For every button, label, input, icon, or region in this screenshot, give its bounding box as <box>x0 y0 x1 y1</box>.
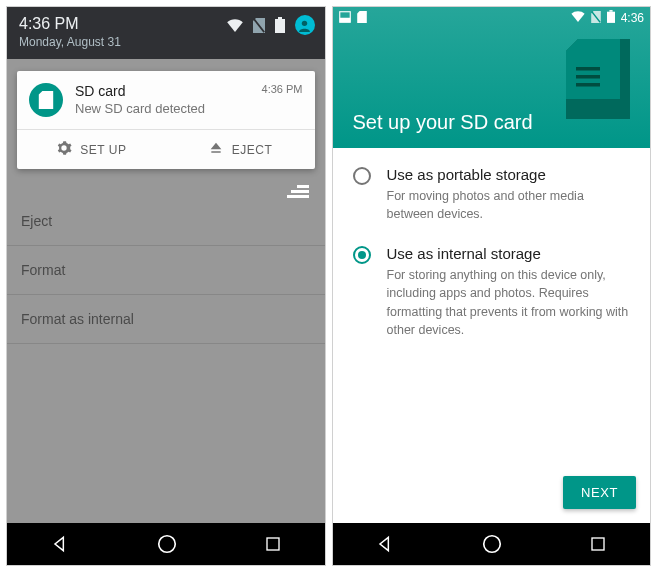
options-list: Use as portable storage For moving photo… <box>333 148 651 476</box>
option-internal-storage[interactable]: Use as internal storage For storing anyt… <box>353 245 631 339</box>
wifi-icon <box>227 19 243 32</box>
nav-back-icon[interactable] <box>375 534 395 554</box>
radio-unchecked-icon[interactable] <box>353 167 371 185</box>
option-title: Use as portable storage <box>387 166 631 183</box>
no-sim-icon <box>591 11 601 26</box>
sdcard-small-icon <box>357 11 367 26</box>
eject-icon <box>208 140 224 159</box>
screenshot-icon <box>339 11 351 26</box>
nav-bar <box>7 523 325 565</box>
svg-point-7 <box>158 536 175 553</box>
eject-label: EJECT <box>232 143 273 157</box>
option-title: Use as internal storage <box>387 245 631 262</box>
next-button[interactable]: NEXT <box>563 476 636 509</box>
setup-button[interactable]: SET UP <box>17 130 166 169</box>
svg-point-17 <box>484 536 501 553</box>
battery-icon <box>275 17 285 33</box>
user-avatar-icon[interactable] <box>295 15 315 35</box>
nav-recent-icon[interactable] <box>589 535 607 553</box>
svg-point-3 <box>302 20 307 25</box>
option-description: For storing anything on this device only… <box>387 266 631 339</box>
svg-rect-1 <box>278 17 282 19</box>
setup-header: 4:36 Set up your SD card <box>333 7 651 148</box>
quicksettings-header: 4:36 PM Monday, August 31 <box>7 7 325 59</box>
phone-left: Eject Format Format as internal 4:36 PM … <box>6 6 326 566</box>
status-bar: 4:36 <box>333 7 651 29</box>
svg-rect-16 <box>576 83 600 87</box>
svg-rect-15 <box>576 75 600 79</box>
svg-rect-10 <box>339 17 350 22</box>
svg-rect-5 <box>291 190 309 193</box>
svg-rect-4 <box>297 185 309 188</box>
sdcard-notification[interactable]: SD card New SD card detected 4:36 PM SET… <box>17 71 315 169</box>
nav-back-icon[interactable] <box>50 534 70 554</box>
nav-recent-icon[interactable] <box>264 535 282 553</box>
svg-rect-2 <box>275 19 285 33</box>
notification-title: SD card <box>75 83 250 99</box>
setup-label: SET UP <box>80 143 126 157</box>
option-description: For moving photos and other media betwee… <box>387 187 631 223</box>
sdcard-icon <box>29 83 63 117</box>
svg-rect-6 <box>287 195 309 198</box>
no-sim-icon <box>253 18 265 33</box>
option-portable-storage[interactable]: Use as portable storage For moving photo… <box>353 166 631 223</box>
wifi-icon <box>571 11 585 25</box>
shade-handle-icon[interactable] <box>287 185 309 203</box>
svg-rect-8 <box>267 538 279 550</box>
svg-rect-14 <box>576 67 600 71</box>
svg-rect-18 <box>592 538 604 550</box>
gear-icon <box>56 140 72 159</box>
nav-home-icon[interactable] <box>156 533 178 555</box>
nav-home-icon[interactable] <box>481 533 503 555</box>
nav-bar <box>333 523 651 565</box>
battery-icon <box>607 10 615 26</box>
status-time: 4:36 <box>621 11 644 25</box>
notification-subtitle: New SD card detected <box>75 101 250 116</box>
phone-right: 4:36 Set up your SD card Use as portable… <box>332 6 652 566</box>
footer-bar: NEXT <box>333 476 651 523</box>
status-date: Monday, August 31 <box>19 35 315 49</box>
sdcard-illustration-icon <box>566 39 630 119</box>
radio-checked-icon[interactable] <box>353 246 371 264</box>
svg-rect-13 <box>607 12 615 23</box>
eject-button[interactable]: EJECT <box>166 130 315 169</box>
notification-time: 4:36 PM <box>262 83 303 117</box>
svg-rect-12 <box>609 10 612 12</box>
